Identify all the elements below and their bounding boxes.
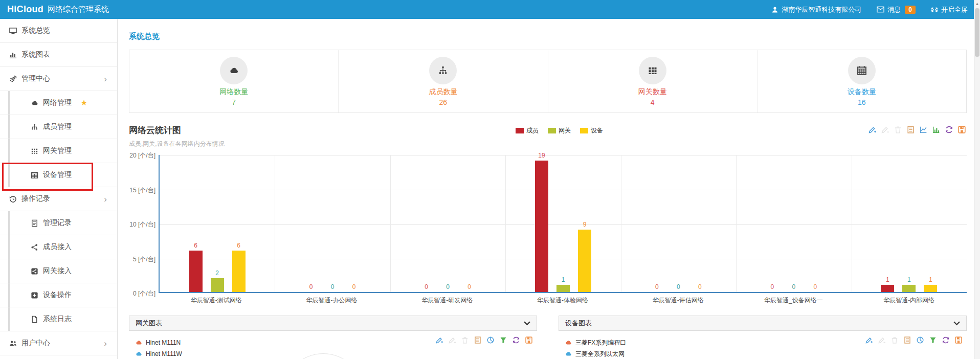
panel-header[interactable]: 设备图表 [559, 316, 967, 331]
panel-toolbox-mark-edit-button[interactable] [435, 336, 444, 345]
scrollbar-thumb[interactable] [975, 8, 979, 57]
favorite-star-icon[interactable]: ★ [81, 98, 87, 107]
bar-value-label: 0 [438, 283, 458, 290]
sidebar-item-device-operation[interactable]: 设备操作 [0, 283, 117, 307]
panel-toolbox-save-image-button[interactable] [525, 336, 534, 345]
toolbox-mark-clear-button[interactable] [894, 125, 903, 134]
toolbox-line-chart-button[interactable] [919, 125, 928, 134]
toolbox-restore-button[interactable] [945, 125, 954, 134]
sidebar-item-system-logs[interactable]: 系统日志 [0, 307, 117, 331]
stat-card-1: 成员数量26 [339, 50, 548, 113]
legend-swatch [580, 128, 588, 133]
panel-toolbox-data-view-button[interactable] [903, 336, 912, 345]
bar-网关-1: 0 [326, 155, 339, 292]
bar-设备-3: 9 [578, 155, 591, 292]
sidebar-item-member-management[interactable]: 成员管理 [0, 115, 117, 139]
restore-icon [942, 336, 950, 344]
bar-value-label: 19 [531, 152, 552, 159]
scrollbar-up-arrow[interactable]: ▲ [974, 0, 980, 8]
stat-icon-circle [429, 57, 457, 84]
messages-button[interactable]: 消息 0 [877, 5, 916, 14]
bar-成员-1: 0 [304, 155, 318, 292]
panel-toolbox-data-view-button[interactable] [474, 336, 483, 345]
y-axis-tick-label: 10 [个/台] [129, 220, 155, 229]
panel-toolbox-mark-erase-button[interactable] [878, 336, 887, 345]
panel-toolbox-save-image-button[interactable] [954, 336, 964, 345]
panel-toolbox-mark-edit-button[interactable] [865, 336, 874, 345]
panel-toolbox-mark-clear-button[interactable] [461, 336, 470, 345]
chevron-down-icon[interactable] [524, 321, 530, 326]
page-title: 系统总览 [129, 32, 967, 41]
sidebar-item-gateway-access[interactable]: 网关接入 [0, 259, 117, 283]
stat-card-3: 设备数量16 [758, 50, 966, 113]
legend-item-设备[interactable]: 设备 [580, 126, 603, 135]
y-axis-tick-label: 5 [个/台] [129, 255, 155, 264]
messages-count-badge: 0 [905, 6, 916, 14]
sidebar-item-system-overview[interactable]: 系统总览 [0, 19, 117, 43]
app-title: 网络综合管理系统 [48, 5, 109, 14]
bar-value-label: 0 [459, 283, 480, 290]
panel-header[interactable]: 网关图表 [129, 316, 537, 331]
toolbox-mark-edit-button[interactable] [868, 125, 877, 134]
sidebar-item-gateway-management[interactable]: 网关管理 [0, 139, 117, 163]
sidebar-item-label: 网络管理 [43, 98, 72, 107]
panel-toolbox-mark-erase-button[interactable] [448, 336, 457, 345]
file-icon [31, 316, 38, 323]
device-cloud-icon [135, 339, 142, 346]
chart-toolbox [868, 125, 967, 134]
bar-成员-6: 1 [881, 155, 894, 292]
restore-icon [512, 336, 520, 344]
bar-网关-6: 1 [902, 155, 916, 292]
messages-label: 消息 [887, 5, 901, 14]
chart-column-5: 000 [736, 155, 851, 292]
panel-list-item[interactable]: 三菱全系列以太网 [565, 348, 962, 359]
funnel-icon [499, 336, 507, 344]
chevron-down-icon[interactable] [953, 321, 960, 326]
panel-toolbox-pie-chart-button[interactable] [486, 336, 496, 345]
fullscreen-button[interactable]: 开启全屏 [931, 5, 968, 14]
funnel-icon [929, 336, 937, 344]
bar-网关-0: 2 [211, 155, 224, 292]
panel-toolbox-pie-chart-button[interactable] [916, 336, 925, 345]
sidebar-item-management-records[interactable]: 管理记录 [0, 211, 117, 235]
chart-header: 网络云统计图 成员,网关,设备在各网络内分布情况 成员网关设备 [129, 124, 967, 149]
x-axis-category-label: 华辰智通-内部网络 [851, 296, 967, 305]
sidebar-item-device-management[interactable]: 设备管理 [0, 163, 117, 187]
toolbox-mark-erase-button[interactable] [881, 125, 890, 134]
stat-value: 16 [858, 98, 866, 106]
grid-icon [648, 65, 658, 76]
stats-summary-card: 网络数量7成员数量26网关数量4设备数量16 [129, 50, 967, 113]
sidebar-item-management-center[interactable]: 管理中心› [0, 67, 117, 91]
panel-toolbox-funnel-button[interactable] [499, 336, 508, 345]
panel-title: 设备图表 [565, 319, 592, 328]
sitemap-icon [438, 65, 448, 76]
chart-column-0: 626 [160, 155, 275, 292]
vertical-scrollbar[interactable]: ▲ [974, 0, 980, 359]
toolbox-bar-chart-button[interactable] [932, 125, 941, 134]
sidebar-item-label: 设备管理 [43, 170, 72, 180]
sidebar-item-system-charts[interactable]: 系统图表 [0, 43, 117, 67]
bar-value-label: 0 [689, 283, 710, 290]
fullscreen-icon [931, 6, 938, 13]
panel-toolbox-funnel-button[interactable] [929, 336, 938, 345]
sidebar-item-operation-records[interactable]: 操作记录› [0, 187, 117, 211]
panel-toolbox-restore-button[interactable] [512, 336, 521, 345]
bar-value-label: 0 [344, 283, 364, 290]
legend-item-成员[interactable]: 成员 [516, 126, 539, 135]
sidebar-item-user-center[interactable]: 用户中心› [0, 331, 117, 355]
sidebar-item-member-access[interactable]: 成员接入 [0, 235, 117, 259]
bar-成员-4: 0 [650, 155, 663, 292]
toolbox-data-view-button[interactable] [906, 125, 916, 134]
toolbox-save-image-button[interactable] [957, 125, 967, 134]
mark-erase-icon [878, 336, 886, 344]
company-menu[interactable]: 湖南华辰智通科技有限公司 [771, 5, 861, 14]
mark-erase-icon [448, 336, 456, 344]
legend-item-网关[interactable]: 网关 [548, 126, 571, 135]
panel-toolbox-restore-button[interactable] [942, 336, 951, 345]
bar [578, 230, 591, 292]
panel-toolbox-mark-clear-button[interactable] [890, 336, 900, 345]
calendar-icon [857, 65, 867, 76]
stat-icon-circle [848, 57, 876, 84]
stat-icon-circle [220, 57, 248, 84]
sidebar-item-network-management[interactable]: 网络管理★ [0, 91, 117, 115]
